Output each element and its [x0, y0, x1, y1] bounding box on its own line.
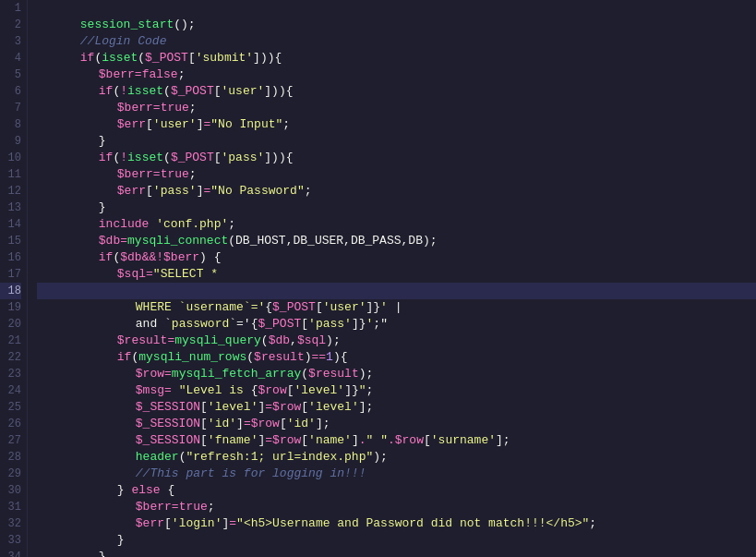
code-line-24: $_SESSION['level']=$row['level']; [37, 382, 756, 399]
code-line-9: if(!isset($_POST['pass'])){ [37, 133, 756, 150]
line-num-1: 1 [0, 0, 21, 17]
line-num-4: 4 [0, 50, 21, 67]
code-line-30: $berr=true; [37, 482, 756, 499]
line-num-31: 31 [0, 499, 21, 515]
line-num-17: 17 [0, 266, 21, 283]
code-line-1: session_start(); [37, 0, 756, 17]
line-num-16: 16 [0, 249, 21, 266]
line-num-23: 23 [0, 366, 21, 382]
code-line-15: if($db&&!$berr) { [37, 233, 756, 249]
line-num-8: 8 [0, 116, 21, 133]
code-line-5: if(!isset($_POST['user'])){ [37, 67, 756, 83]
line-num-11: 11 [0, 166, 21, 183]
line-num-19: 19 [0, 299, 21, 316]
line-num-22: 22 [0, 349, 21, 366]
code-line-26: $_SESSION['fname']=$row['name']." ".$row… [37, 416, 756, 432]
line-num-5: 5 [0, 67, 21, 83]
line-num-24: 24 [0, 382, 21, 399]
line-num-6: 6 [0, 83, 21, 100]
code-line-4: $berr=false; [37, 50, 756, 67]
line-num-2: 2 [0, 17, 21, 33]
line-num-3: 3 [0, 33, 21, 50]
code-line-2: //Login Code [37, 17, 756, 33]
code-content[interactable]: session_start(); //Login Code if(isset($… [28, 0, 756, 557]
code-line-19: and `password`='{$_POST['pass']}';" [37, 299, 756, 316]
code-line-18: WHERE `username`='{$_POST['user']}' | [37, 283, 756, 299]
line-num-29: 29 [0, 466, 21, 482]
code-line-20: $result=mysqli_query($db,$sql); [37, 316, 756, 333]
code-line-25: $_SESSION['id']=$row['id']; [37, 399, 756, 416]
code-line-7: $err['user']="No Input"; [37, 100, 756, 116]
line-num-32: 32 [0, 515, 21, 532]
line-num-28: 28 [0, 449, 21, 466]
line-num-27: 27 [0, 432, 21, 449]
code-line-16: $sql="SELECT * [37, 249, 756, 266]
line-num-21: 21 [0, 333, 21, 349]
code-line-3: if(isset($_POST['submit'])){ [37, 33, 756, 50]
code-line-8: } [37, 116, 756, 133]
line-num-26: 26 [0, 416, 21, 432]
line-num-14: 14 [0, 216, 21, 233]
line-num-18: 18 [0, 283, 21, 299]
line-num-7: 7 [0, 100, 21, 116]
code-line-10: $berr=true; [37, 150, 756, 166]
line-num-10: 10 [0, 150, 21, 166]
line-num-30: 30 [0, 482, 21, 499]
line-num-34: 34 [0, 549, 21, 557]
code-line-31: $err['login']="<h5>Username and Password… [37, 499, 756, 515]
code-line-12: } [37, 183, 756, 200]
code-line-34: } [37, 549, 756, 557]
code-line-6: $berr=true; [37, 83, 756, 100]
line-num-33: 33 [0, 532, 21, 549]
code-line-33: } [37, 532, 756, 549]
code-line-14: $db=mysqli_connect(DB_HOST,DB_USER,DB_PA… [37, 216, 756, 233]
code-line-23: $msg= "Level is {$row['level']}"; [37, 366, 756, 382]
line-num-12: 12 [0, 183, 21, 200]
line-num-20: 20 [0, 316, 21, 333]
line-num-9: 9 [0, 133, 21, 150]
line-num-13: 13 [0, 200, 21, 216]
code-line-17: FROM `data` [37, 266, 756, 283]
code-line-22: $row=mysqli_fetch_array($result); [37, 349, 756, 366]
line-numbers: 1 2 3 4 5 6 7 8 9 10 11 12 13 14 15 16 1… [0, 0, 28, 557]
code-line-28: //This part is for logging in!!! [37, 449, 756, 466]
code-line-29: } else { [37, 466, 756, 482]
line-num-25: 25 [0, 399, 21, 416]
code-line-21: if(mysqli_num_rows($result)==1){ [37, 333, 756, 349]
code-line-32: } [37, 515, 756, 532]
code-line-13: include 'conf.php'; [37, 200, 756, 216]
code-line-27: header("refresh:1; url=index.php"); [37, 432, 756, 449]
line-num-15: 15 [0, 233, 21, 249]
code-line-11: $err['pass']="No Password"; [37, 166, 756, 183]
code-editor[interactable]: 1 2 3 4 5 6 7 8 9 10 11 12 13 14 15 16 1… [0, 0, 756, 557]
